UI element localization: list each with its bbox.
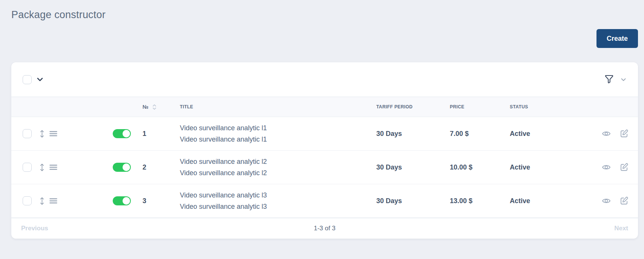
previous-page-button[interactable]: Previous bbox=[21, 225, 48, 232]
row-tariff-period: 30 Days bbox=[376, 163, 450, 171]
toggle-knob bbox=[123, 130, 130, 137]
eye-icon bbox=[602, 130, 611, 137]
next-page-button[interactable]: Next bbox=[614, 225, 628, 232]
row-select-checkbox[interactable] bbox=[23, 129, 32, 138]
row-status: Active bbox=[510, 197, 573, 205]
row-title-line1: Video surveillance analytic l1 bbox=[180, 122, 376, 134]
row-tariff-period: 30 Days bbox=[376, 197, 450, 205]
column-header-title: TITLE bbox=[180, 104, 376, 109]
row-title-line2: Video surveillance analytic l3 bbox=[180, 201, 376, 212]
row-number: 1 bbox=[136, 130, 180, 138]
row-title: Video surveillance analytic l2 Video sur… bbox=[180, 156, 376, 179]
row-title-line1: Video surveillance analytic l3 bbox=[180, 190, 376, 201]
drag-vertical-arrows-icon[interactable] bbox=[39, 197, 45, 205]
edit-pencil-icon bbox=[620, 197, 628, 205]
drag-vertical-arrows-icon[interactable] bbox=[39, 130, 45, 138]
eye-icon bbox=[602, 164, 611, 171]
edit-button[interactable] bbox=[620, 197, 628, 205]
table-row: 3 Video surveillance analytic l3 Video s… bbox=[11, 184, 638, 218]
row-select-checkbox[interactable] bbox=[23, 163, 32, 172]
row-number: 2 bbox=[136, 163, 180, 171]
view-button[interactable] bbox=[602, 197, 611, 204]
package-constructor-page: Package constructor Create bbox=[0, 0, 644, 239]
active-toggle[interactable] bbox=[113, 163, 131, 172]
hamburger-menu-icon[interactable] bbox=[49, 198, 57, 204]
column-header-status: STATUS bbox=[510, 104, 573, 109]
row-price: 13.00 $ bbox=[450, 197, 510, 205]
pagination-range: 1-3 of 3 bbox=[314, 225, 336, 232]
row-title: Video surveillance analytic l1 Video sur… bbox=[180, 122, 376, 145]
edit-pencil-icon bbox=[620, 163, 628, 171]
row-title-line2: Video surveillance analytic l1 bbox=[180, 134, 376, 145]
column-header-number: № bbox=[136, 104, 180, 110]
pagination-bar: Previous 1-3 of 3 Next bbox=[11, 218, 638, 239]
row-price: 7.00 $ bbox=[450, 130, 510, 138]
row-status: Active bbox=[510, 163, 573, 171]
table-row: 1 Video surveillance analytic l1 Video s… bbox=[11, 117, 638, 151]
toggle-knob bbox=[123, 163, 130, 171]
hamburger-menu-icon[interactable] bbox=[49, 164, 57, 170]
edit-pencil-icon bbox=[620, 130, 628, 138]
table-header-row: № TITLE TARIFF PERIOD PRICE STATUS bbox=[11, 97, 638, 117]
edit-button[interactable] bbox=[620, 163, 628, 171]
panel-toolbar bbox=[11, 62, 638, 97]
actions-bar: Create bbox=[11, 29, 638, 48]
view-button[interactable] bbox=[602, 130, 611, 137]
column-header-tariff-period: TARIFF PERIOD bbox=[376, 104, 450, 109]
page-title: Package constructor bbox=[11, 0, 638, 22]
filter-button[interactable] bbox=[604, 74, 614, 85]
filter-expand-dropdown[interactable] bbox=[621, 78, 626, 81]
table-row: 2 Video surveillance analytic l2 Video s… bbox=[11, 151, 638, 184]
active-toggle[interactable] bbox=[113, 129, 131, 138]
active-toggle[interactable] bbox=[113, 196, 131, 205]
row-title: Video surveillance analytic l3 Video sur… bbox=[180, 190, 376, 212]
create-button[interactable]: Create bbox=[596, 29, 638, 48]
drag-vertical-arrows-icon[interactable] bbox=[39, 163, 45, 172]
hamburger-menu-icon[interactable] bbox=[49, 131, 57, 137]
column-header-price: PRICE bbox=[450, 104, 510, 109]
chevron-down-icon bbox=[37, 78, 43, 82]
eye-icon bbox=[602, 197, 611, 204]
column-header-number-label: № bbox=[143, 104, 149, 110]
row-status: Active bbox=[510, 130, 573, 138]
row-price: 10.00 $ bbox=[450, 163, 510, 171]
row-number: 3 bbox=[136, 197, 180, 205]
row-title-line2: Video surveillance analytic l2 bbox=[180, 167, 376, 179]
bulk-actions-dropdown[interactable] bbox=[37, 78, 43, 82]
packages-panel: № TITLE TARIFF PERIOD PRICE STATUS bbox=[11, 62, 638, 239]
chevron-down-icon bbox=[621, 78, 626, 81]
row-select-checkbox[interactable] bbox=[23, 196, 32, 205]
row-title-line1: Video surveillance analytic l2 bbox=[180, 156, 376, 167]
edit-button[interactable] bbox=[620, 130, 628, 138]
row-tariff-period: 30 Days bbox=[376, 130, 450, 138]
select-all-checkbox[interactable] bbox=[23, 75, 32, 84]
toggle-knob bbox=[123, 197, 130, 205]
view-button[interactable] bbox=[602, 164, 611, 171]
filter-funnel-icon bbox=[604, 74, 614, 85]
sort-arrows-icon[interactable] bbox=[152, 104, 157, 110]
